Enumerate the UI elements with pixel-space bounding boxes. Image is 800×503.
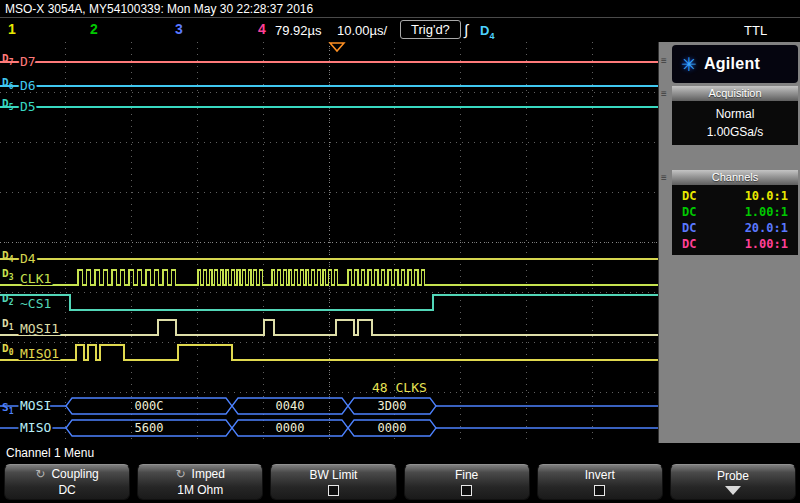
- bw-limit-checkbox[interactable]: [328, 485, 339, 496]
- svg-text:~CS1: ~CS1: [20, 296, 51, 311]
- svg-text:D6: D6: [20, 78, 36, 93]
- svg-text:D5: D5: [20, 99, 36, 114]
- channel-4-indicator[interactable]: 4: [258, 21, 266, 37]
- softkey-probe[interactable]: Probe: [670, 464, 796, 500]
- menu-arrow-icon: [725, 486, 741, 495]
- waveform-area[interactable]: D7D6D5D4CLK1~CS1MOSI1MISO148 CLKS000C004…: [0, 42, 658, 443]
- channel-coupling-row[interactable]: DC10.0:1: [672, 188, 798, 204]
- channel-tag-d4[interactable]: D4: [2, 250, 13, 266]
- svg-text:0000: 0000: [378, 421, 407, 435]
- softkey-fine[interactable]: Fine: [404, 464, 530, 500]
- svg-text:D4: D4: [20, 251, 36, 266]
- softkey-label: Invert: [585, 469, 615, 482]
- channel-list: DC10.0:1DC1.00:1DC20.0:1DC1.00:1: [672, 185, 798, 255]
- channel-1-indicator[interactable]: 1: [8, 21, 16, 37]
- softkey-label: Probe: [717, 470, 749, 483]
- menu-title: Channel 1 Menu: [0, 443, 800, 462]
- svg-text:3D00: 3D00: [378, 399, 407, 413]
- softkey-label: Coupling: [51, 468, 98, 481]
- softkey-bw-limit[interactable]: BW Limit: [270, 464, 396, 500]
- softkey-value: DC: [58, 484, 75, 497]
- knob-icon: ↻: [35, 468, 45, 481]
- agilent-spark-icon: ✳: [681, 53, 697, 76]
- scroll-grip-icon[interactable]: ≡: [661, 89, 667, 99]
- svg-text:000C: 000C: [135, 399, 164, 413]
- svg-text:0040: 0040: [276, 399, 305, 413]
- title-bar: MSO-X 3054A, MY54100339: Mon May 30 22:2…: [0, 0, 800, 18]
- waveform-display: D7D6D5D4CLK1~CS1MOSI1MISO148 CLKS000C004…: [0, 42, 658, 443]
- oscilloscope-screen: MSO-X 3054A, MY54100339: Mon May 30 22:2…: [0, 0, 800, 503]
- scroll-grip-icon[interactable]: ≡: [661, 173, 667, 183]
- channel-tag-d6[interactable]: D6: [2, 77, 13, 93]
- channel-tag-d2[interactable]: D2: [2, 293, 13, 309]
- serial-tag-s1[interactable]: S1: [2, 402, 13, 418]
- channel-tag-d1[interactable]: D1: [2, 318, 13, 334]
- trigger-edge-icon: ∫: [464, 21, 468, 38]
- delay-readout[interactable]: 79.92µs: [275, 23, 322, 38]
- softkey-invert[interactable]: Invert: [537, 464, 663, 500]
- svg-text:5600: 5600: [135, 421, 164, 435]
- acquisition-header[interactable]: Acquisition: [672, 86, 798, 101]
- channel-coupling-row[interactable]: DC1.00:1: [672, 204, 798, 220]
- acquisition-mode: Normal: [672, 105, 798, 123]
- svg-text:MISO: MISO: [20, 420, 51, 435]
- svg-text:D7: D7: [20, 54, 36, 69]
- svg-text:48 CLKS: 48 CLKS: [372, 380, 427, 395]
- trigger-level: TTL: [744, 23, 767, 38]
- softkey-label: Imped: [192, 468, 225, 481]
- sample-rate: 1.00GSa/s: [672, 123, 798, 141]
- channel-tag-d3[interactable]: D3: [2, 268, 13, 284]
- softkey-bar: ↻ Coupling DC ↻ Imped 1M Ohm BW Limit Fi…: [0, 462, 800, 503]
- channel-tag-d5[interactable]: D5: [2, 98, 13, 114]
- svg-text:0000: 0000: [276, 421, 305, 435]
- sidebar: ≡ ≡ ≡ ✳ Agilent Acquisition Normal 1.00G…: [658, 42, 800, 443]
- knob-icon: ↻: [176, 468, 186, 481]
- channel-2-indicator[interactable]: 2: [90, 21, 98, 37]
- fine-checkbox[interactable]: [461, 485, 472, 496]
- channel-coupling-row[interactable]: DC1.00:1: [672, 236, 798, 252]
- softkey-label: BW Limit: [309, 469, 357, 482]
- softkey-coupling[interactable]: ↻ Coupling DC: [4, 464, 130, 500]
- channel-coupling-row[interactable]: DC20.0:1: [672, 220, 798, 236]
- svg-text:MOSI: MOSI: [20, 398, 51, 413]
- agilent-logo: ✳ Agilent: [672, 45, 798, 83]
- acquisition-info: Normal 1.00GSa/s: [672, 101, 798, 145]
- svg-text:CLK1: CLK1: [20, 271, 51, 286]
- trigger-status-badge: Trig'd?: [400, 20, 461, 39]
- invert-checkbox[interactable]: [594, 485, 605, 496]
- brand-name: Agilent: [704, 55, 760, 73]
- softkey-label: Fine: [455, 469, 478, 482]
- trigger-source[interactable]: D4: [480, 23, 494, 41]
- channel-tag-d0[interactable]: D0: [2, 343, 13, 359]
- softkey-value: 1M Ohm: [177, 484, 223, 497]
- channels-header[interactable]: Channels: [672, 170, 798, 185]
- svg-text:MISO1: MISO1: [20, 346, 59, 361]
- channel-tag-d7[interactable]: D7: [2, 53, 13, 69]
- status-bar: 1234 79.92µs 10.00µs/ Trig'd? ∫ D4 TTL: [0, 18, 800, 42]
- timebase-readout[interactable]: 10.00µs/: [337, 23, 387, 38]
- channel-3-indicator[interactable]: 3: [175, 21, 183, 37]
- softkey-imped[interactable]: ↻ Imped 1M Ohm: [137, 464, 263, 500]
- svg-text:MOSI1: MOSI1: [20, 321, 59, 336]
- scroll-grip-icon[interactable]: ≡: [661, 56, 667, 66]
